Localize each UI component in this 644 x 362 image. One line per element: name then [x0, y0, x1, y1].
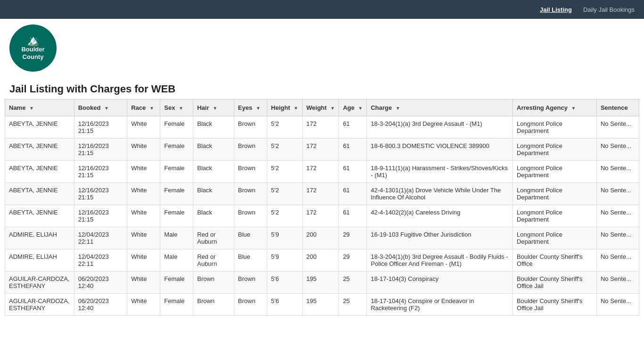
cell-name: AGUILAR-CARDOZA, ESTHEFANY [5, 294, 74, 316]
cell-charge: 18-17-104(4) Conspire or Endeavor in Rac… [367, 294, 513, 316]
cell-eyes: Brown [234, 205, 267, 227]
sort-icon-charge: ▼ [396, 106, 400, 111]
col-header-booked[interactable]: Booked ▼ [74, 99, 127, 116]
table-row: AGUILAR-CARDOZA, ESTHEFANY06/20/2023 12:… [5, 294, 639, 316]
header: 🏔️ Boulder County [0, 19, 644, 75]
cell-sex: Female [160, 294, 193, 316]
logo-mountain-icon: 🏔️ [27, 35, 40, 46]
cell-age: 61 [339, 161, 367, 183]
sort-icon-name: ▼ [29, 106, 34, 111]
cell-sex: Male [160, 249, 193, 272]
col-header-sex[interactable]: Sex ▼ [160, 99, 193, 116]
sort-icon-hair: ▼ [213, 106, 217, 111]
cell-booked: 12/16/2023 21:15 [74, 183, 127, 205]
cell-weight: 200 [302, 249, 339, 272]
cell-booked: 12/16/2023 21:15 [74, 205, 127, 227]
cell-eyes: Brown [234, 294, 267, 316]
cell-race: White [127, 139, 160, 161]
cell-name: ABEYTA, JENNIE [5, 116, 74, 139]
cell-charge: 18-3-204(1)(b) 3rd Degree Assault - Bodi… [367, 249, 513, 272]
cell-agency: Longmont Police Department [513, 139, 597, 161]
table-row: ABEYTA, JENNIE12/16/2023 21:15WhiteFemal… [5, 205, 639, 227]
cell-eyes: Blue [234, 249, 267, 272]
cell-height: 5'2 [267, 139, 302, 161]
cell-name: ABEYTA, JENNIE [5, 139, 74, 161]
cell-age: 61 [339, 183, 367, 205]
logo-text-top: Boulder [21, 46, 44, 53]
sort-icon-weight: ▼ [330, 106, 335, 111]
cell-age: 61 [339, 139, 367, 161]
cell-sex: Female [160, 272, 193, 294]
col-header-agency[interactable]: Arresting Agency ▼ [513, 99, 597, 116]
col-header-weight[interactable]: Weight ▼ [302, 99, 339, 116]
logo-text-bottom: County [23, 53, 44, 61]
cell-hair: Red or Auburn [193, 227, 234, 249]
cell-hair: Black [193, 139, 234, 161]
cell-name: ABEYTA, JENNIE [5, 183, 74, 205]
cell-sentence: No Sente... [596, 205, 639, 227]
col-header-eyes[interactable]: Eyes ▼ [234, 99, 267, 116]
cell-sex: Female [160, 205, 193, 227]
cell-age: 25 [339, 272, 367, 294]
cell-eyes: Brown [234, 116, 267, 139]
cell-eyes: Brown [234, 183, 267, 205]
cell-sentence: No Sente... [596, 227, 639, 249]
cell-booked: 12/16/2023 21:15 [74, 139, 127, 161]
cell-agency: Longmont Police Department [513, 205, 597, 227]
cell-charge: 42-4-1402(2)(a) Careless Driving [367, 205, 513, 227]
cell-charge: 18-9-111(1)(a) Harassment - Strikes/Shov… [367, 161, 513, 183]
cell-name: ABEYTA, JENNIE [5, 205, 74, 227]
cell-sentence: No Sente... [596, 249, 639, 272]
cell-weight: 200 [302, 227, 339, 249]
cell-booked: 06/20/2023 12:40 [74, 294, 127, 316]
cell-sentence: No Sente... [596, 183, 639, 205]
cell-height: 5'2 [267, 205, 302, 227]
cell-weight: 172 [302, 116, 339, 139]
cell-age: 29 [339, 249, 367, 272]
col-header-height[interactable]: Height ▼ [267, 99, 302, 116]
cell-sentence: No Sente... [596, 116, 639, 139]
col-header-age[interactable]: Age ▼ [339, 99, 367, 116]
sort-icon-eyes: ▼ [256, 106, 261, 111]
cell-charge: 18-3-204(1)(a) 3rd Degree Assault - (M1) [367, 116, 513, 139]
cell-race: White [127, 205, 160, 227]
cell-name: AGUILAR-CARDOZA, ESTHEFANY [5, 272, 74, 294]
table-row: ABEYTA, JENNIE12/16/2023 21:15WhiteFemal… [5, 161, 639, 183]
col-header-hair[interactable]: Hair ▼ [193, 99, 234, 116]
col-header-name[interactable]: Name ▼ [5, 99, 74, 116]
cell-hair: Black [193, 205, 234, 227]
cell-sentence: No Sente... [596, 161, 639, 183]
col-header-charge[interactable]: Charge ▼ [367, 99, 513, 116]
cell-race: White [127, 294, 160, 316]
cell-sentence: No Sente... [596, 294, 639, 316]
cell-hair: Brown [193, 272, 234, 294]
cell-agency: Longmont Police Department [513, 161, 597, 183]
cell-height: 5'2 [267, 183, 302, 205]
nav-daily-bookings[interactable]: Daily Jail Bookings [583, 6, 635, 13]
sort-icon-height: ▼ [294, 106, 298, 111]
cell-weight: 172 [302, 183, 339, 205]
table-row: ADMIRE, ELIJAH12/04/2023 22:11WhiteMaleR… [5, 227, 639, 249]
cell-agency: Longmont Police Department [513, 227, 597, 249]
cell-booked: 12/04/2023 22:11 [74, 249, 127, 272]
cell-eyes: Brown [234, 139, 267, 161]
table-body: ABEYTA, JENNIE12/16/2023 21:15WhiteFemal… [5, 116, 639, 316]
cell-booked: 12/16/2023 21:15 [74, 161, 127, 183]
cell-booked: 06/20/2023 12:40 [74, 272, 127, 294]
cell-agency: Boulder County Sheriff's Office Jail [513, 294, 597, 316]
nav-jail-listing[interactable]: Jail Listing [540, 6, 572, 13]
cell-booked: 12/16/2023 21:15 [74, 116, 127, 139]
cell-race: White [127, 249, 160, 272]
cell-agency: Longmont Police Department [513, 116, 597, 139]
cell-race: White [127, 161, 160, 183]
cell-age: 61 [339, 116, 367, 139]
cell-eyes: Brown [234, 272, 267, 294]
logo: 🏔️ Boulder County [9, 25, 57, 72]
col-header-race[interactable]: Race ▼ [127, 99, 160, 116]
cell-agency: Boulder County Sheriff's Office Jail [513, 272, 597, 294]
sort-icon-agency: ▼ [571, 106, 576, 111]
table-row: ABEYTA, JENNIE12/16/2023 21:15WhiteFemal… [5, 183, 639, 205]
page-title-section: Jail Listing with Charges for WEB [0, 75, 644, 99]
jail-table: Name ▼ Booked ▼ Race ▼ Sex ▼ Hair ▼ [5, 99, 639, 316]
cell-agency: Boulder County Sheriff's Office [513, 249, 597, 272]
